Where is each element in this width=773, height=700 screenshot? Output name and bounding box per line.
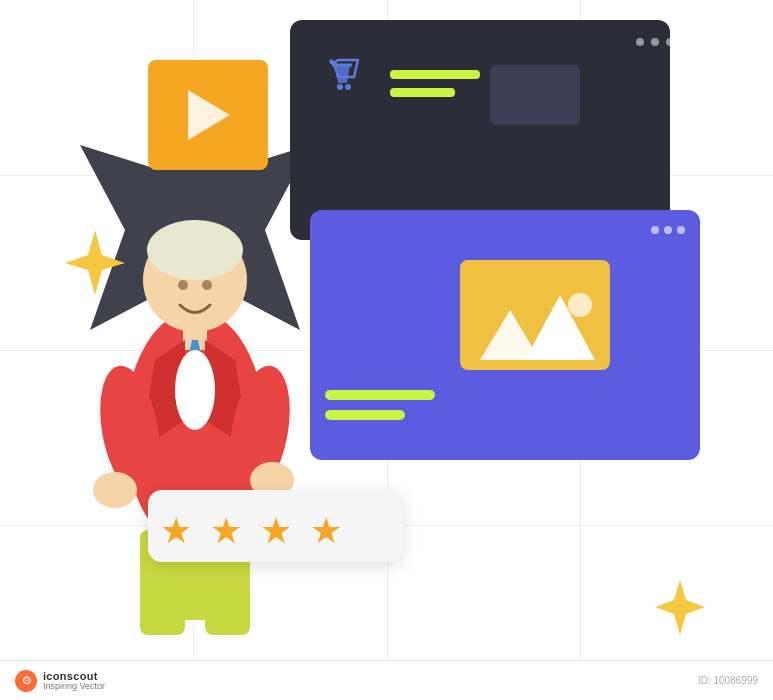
svg-point-8 xyxy=(345,84,351,90)
svg-text:★: ★ xyxy=(310,510,342,551)
svg-marker-26 xyxy=(655,580,705,635)
brand-subtitle: Inspiring Vector xyxy=(43,682,105,692)
brand-logo: ⊙ xyxy=(15,670,37,692)
svg-point-4 xyxy=(666,38,674,46)
logo-icon: ⊙ xyxy=(22,674,31,687)
brand-name: iconscout xyxy=(43,670,105,682)
asset-id: ID: 10086999 xyxy=(698,675,758,686)
illustration-svg: ★ ★ ★ ★ xyxy=(0,0,773,700)
svg-text:★: ★ xyxy=(160,510,192,551)
svg-rect-21 xyxy=(325,390,435,400)
brand-text: iconscout Inspiring Vector xyxy=(43,670,105,692)
svg-point-14 xyxy=(651,226,659,234)
svg-point-39 xyxy=(93,472,137,508)
svg-text:★: ★ xyxy=(260,510,292,551)
svg-rect-10 xyxy=(390,70,480,79)
svg-rect-11 xyxy=(390,88,455,97)
svg-point-20 xyxy=(568,293,592,317)
svg-rect-12 xyxy=(490,65,580,125)
svg-point-2 xyxy=(636,38,644,46)
svg-point-36 xyxy=(175,350,215,430)
svg-point-15 xyxy=(664,226,672,234)
svg-point-31 xyxy=(202,280,212,290)
brand-info: ⊙ iconscout Inspiring Vector xyxy=(15,670,105,692)
svg-point-30 xyxy=(178,280,188,290)
svg-text:★: ★ xyxy=(210,510,242,551)
svg-point-3 xyxy=(651,38,659,46)
main-container: ★ ★ ★ ★ ⊙ iconscout Inspiring Vector ID:… xyxy=(0,0,773,700)
svg-point-16 xyxy=(677,226,685,234)
svg-point-29 xyxy=(147,220,243,280)
svg-rect-42 xyxy=(140,555,185,635)
svg-point-7 xyxy=(337,84,343,90)
svg-rect-1 xyxy=(290,20,670,240)
svg-rect-43 xyxy=(205,555,250,635)
svg-rect-22 xyxy=(325,410,405,420)
bottom-bar: ⊙ iconscout Inspiring Vector ID: 1008699… xyxy=(0,660,773,700)
